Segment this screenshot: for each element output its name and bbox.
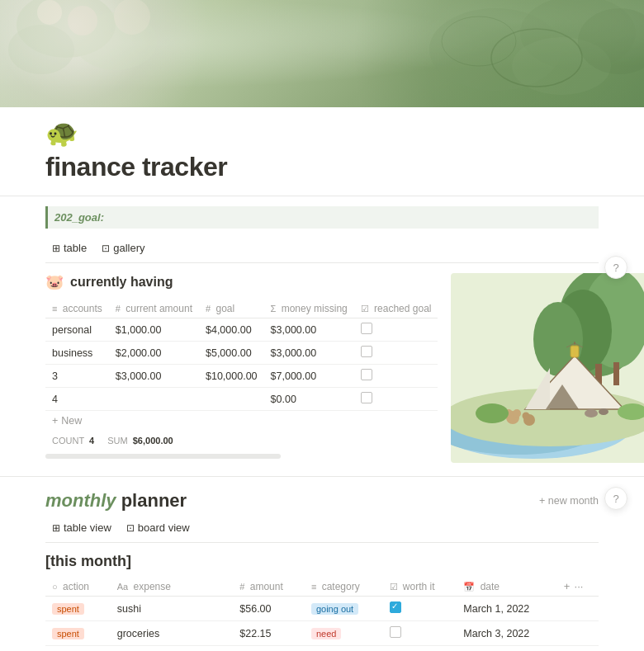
svg-point-32 — [513, 409, 521, 417]
goal-checkbox[interactable] — [361, 369, 372, 380]
expense-col-icon: Aa — [117, 582, 128, 592]
currently-having-text: currently having — [70, 275, 173, 290]
mcol-date: 📅 date — [457, 577, 556, 597]
tab-table-view[interactable]: ⊞ table view — [45, 518, 118, 537]
goal-content: 🐷 currently having ≡ accounts # current … — [45, 273, 599, 463]
goal-header: 202_goal: — [45, 206, 599, 229]
monthly-cell-category: self care — [305, 646, 383, 652]
new-month-button[interactable]: + new month — [539, 495, 599, 507]
worthit-col-icon: ☑ — [390, 582, 398, 592]
worthit-checkbox[interactable] — [390, 601, 401, 613]
goal-cell-current: $1,000.00 — [109, 318, 199, 342]
category-tag: need — [311, 628, 341, 639]
banner-art — [0, 0, 644, 107]
goal-cell-accounts: personal — [45, 318, 109, 342]
goal-cell-goal: $5,000.00 — [199, 342, 264, 365]
worthit-checkbox[interactable] — [390, 626, 401, 638]
goal-cell-missing: $7,000.00 — [264, 365, 354, 388]
goal-checkbox[interactable] — [361, 392, 372, 403]
goal-cell-reached[interactable] — [354, 388, 438, 411]
goal-cell-missing: $0.00 — [264, 388, 354, 411]
monthly-cell-worthit[interactable] — [383, 646, 457, 652]
monthly-header-row: monthly planner + new month — [45, 490, 599, 512]
monthly-cell-amount: $22.15 — [233, 621, 305, 646]
goal-table-row[interactable]: 3 $3,000.00 $10,000.00 $7,000.00 — [45, 365, 438, 388]
goal-cell-goal — [199, 388, 264, 411]
goal-cell-missing: $3,000.00 — [264, 318, 354, 342]
goal-cell-accounts: 4 — [45, 388, 109, 411]
goal-cell-accounts: business — [45, 342, 109, 365]
goal-cell-missing: $3,000.00 — [264, 342, 354, 365]
tab-gallery[interactable]: ⊡ gallery — [95, 238, 151, 257]
page-title: finance tracker — [45, 152, 644, 182]
goal-table-section: 🐷 currently having ≡ accounts # current … — [45, 273, 438, 463]
goal-table-row[interactable]: 4 $0.00 — [45, 388, 438, 411]
monthly-table-row[interactable]: spent groceries $22.15 need March 3, 202… — [45, 621, 599, 646]
goal-cell-current: $2,000.00 — [109, 342, 199, 365]
date-col-icon: 📅 — [463, 582, 475, 592]
col-reached-goal: ☑ reached goal — [354, 300, 438, 318]
more-col-icon[interactable]: ··· — [575, 580, 584, 592]
monthly-table-row[interactable]: spent sushi $56.00 going out March 1, 20… — [45, 597, 599, 621]
goal-cell-reached[interactable] — [354, 318, 438, 342]
svg-point-34 — [523, 413, 530, 420]
monthly-view-tabs: ⊞ table view ⊡ board view — [45, 518, 599, 543]
accounts-col-icon: ≡ — [52, 304, 57, 314]
goal-col-icon: # — [206, 304, 211, 314]
col-money-missing: Σ money missing — [264, 300, 354, 318]
monthly-table-row[interactable]: spent skin care products $41.06 self car… — [45, 646, 599, 652]
reached-col-icon: ☑ — [361, 304, 369, 314]
svg-point-4 — [114, 0, 150, 35]
monthly-cell-expense: skin care products — [111, 646, 234, 652]
monthly-cell-date: March 4, 2022 — [457, 646, 556, 652]
add-col-icon[interactable]: + — [564, 580, 571, 592]
goal-table-footer: COUNT 4 SUM $6,000.00 — [45, 431, 438, 451]
goal-table-row[interactable]: personal $1,000.00 $4,000.00 $3,000.00 — [45, 318, 438, 342]
help-button-top[interactable]: ? — [604, 256, 627, 279]
action-col-icon: ○ — [52, 582, 58, 592]
goal-cell-reached[interactable] — [354, 365, 438, 388]
tab-board-view[interactable]: ⊡ board view — [120, 518, 197, 537]
goal-scrollbar[interactable] — [45, 454, 281, 459]
goal-checkbox[interactable] — [361, 323, 372, 334]
goal-section: 202_goal: ⊞ table ⊡ gallery 🐷 currently … — [45, 206, 599, 463]
help-button-bottom[interactable]: ? — [604, 487, 627, 510]
goal-new-row[interactable]: + New — [45, 411, 438, 431]
monthly-cell-worthit[interactable] — [383, 597, 457, 621]
monthly-cell-extra — [557, 597, 599, 621]
monthly-title: monthly planner — [45, 490, 187, 512]
monthly-cell-expense: sushi — [111, 597, 234, 621]
money-col-icon: Σ — [271, 304, 277, 314]
svg-point-36 — [599, 408, 608, 415]
month-group-heading: [this month] — [45, 553, 599, 570]
goal-table-row[interactable]: business $2,000.00 $5,000.00 $3,000.00 — [45, 342, 438, 365]
camping-illustration — [451, 273, 644, 463]
goal-new-row-label: New — [61, 415, 82, 427]
monthly-cell-amount: $41.06 — [233, 646, 305, 652]
amount-col-icon: # — [239, 582, 244, 592]
goal-checkbox[interactable] — [361, 346, 372, 357]
svg-point-35 — [585, 409, 598, 417]
goal-count: COUNT 4 — [52, 436, 94, 446]
col-goal: # goal — [199, 300, 264, 318]
col-accounts: ≡ accounts — [45, 300, 109, 318]
monthly-cell-date: March 1, 2022 — [457, 597, 556, 621]
goal-title: 202_goal: — [54, 211, 104, 224]
monthly-table-icon: ⊞ — [52, 522, 60, 534]
current-col-icon: # — [116, 304, 121, 314]
monthly-cell-worthit[interactable] — [383, 621, 457, 646]
category-col-icon: ≡ — [311, 582, 316, 592]
mcol-action: ○ action — [45, 577, 111, 597]
monthly-table: ○ action Aa expense # amount ≡ category … — [45, 577, 599, 651]
goal-cell-accounts: 3 — [45, 365, 109, 388]
mcol-expense: Aa expense — [111, 577, 234, 597]
tab-table[interactable]: ⊞ table — [45, 238, 93, 257]
goal-new-row-plus: + — [52, 415, 58, 427]
monthly-cell-date: March 3, 2022 — [457, 621, 556, 646]
goal-cell-reached[interactable] — [354, 342, 438, 365]
goal-cell-current — [109, 388, 199, 411]
goal-view-tabs: ⊞ table ⊡ gallery — [45, 238, 599, 263]
monthly-cell-action: spent — [45, 646, 111, 652]
monthly-italic: monthly — [45, 490, 116, 511]
mcol-amount: # amount — [233, 577, 305, 597]
